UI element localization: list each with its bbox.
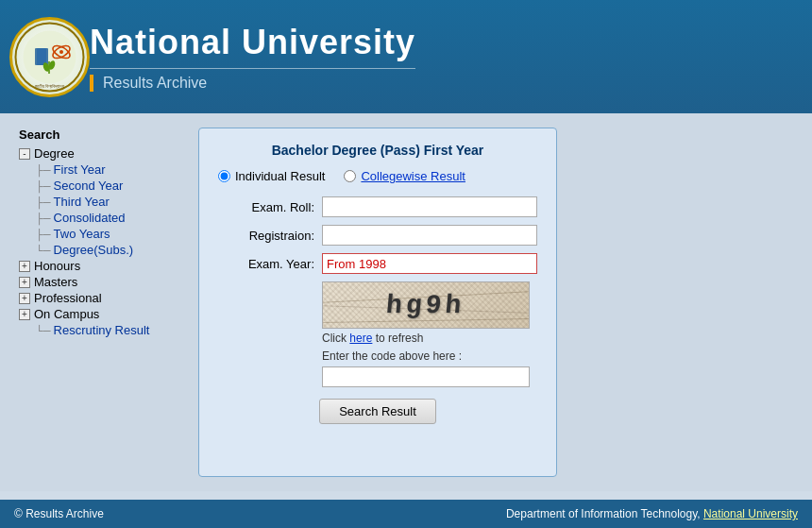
sidebar: Search - Degree First Year Second Year T… [19,128,170,477]
two-years-label: Two Years [54,227,110,241]
masters-label[interactable]: Masters [34,275,77,289]
degree-label[interactable]: Degree [34,146,75,161]
sidebar-item-second-year[interactable]: Second Year [36,178,170,194]
tree-node-professional[interactable]: + Professional [19,290,170,306]
sidebar-item-degree-subs[interactable]: Degree(Subs.) [36,242,170,258]
captcha-input[interactable] [322,366,530,387]
page-subtitle: Results Archive [90,75,415,92]
rescrutiny-label: Rescrutiny Result [54,323,150,337]
expand-on-campus-icon[interactable]: + [19,309,30,320]
honours-label[interactable]: Honours [34,259,80,273]
registration-label: Registraion: [218,229,322,243]
svg-point-6 [59,50,63,54]
subtitle-label: Results Archive [103,75,207,92]
radio-individual-label: Individual Result [235,169,325,183]
footer-left: © Results Archive [14,507,104,520]
tree-node-degree[interactable]: - Degree [19,145,170,162]
tree-node-on-campus[interactable]: + On Campus [19,306,170,322]
exam-year-label: Exam. Year: [218,257,322,271]
radio-individual-option[interactable]: Individual Result [218,169,325,183]
consolidated-label: Consolidated [54,211,126,225]
header-text-block: National University Results Archive [90,23,415,92]
degree-children: First Year Second Year Third Year Consol… [36,162,170,258]
exam-roll-row: Exam. Roll: [218,196,537,217]
main-content: Search - Degree First Year Second Year T… [0,113,812,491]
registration-input[interactable] [322,225,537,246]
form-panel: Bachelor Degree (Pass) First Year Indivi… [198,128,557,477]
footer-right-text: Department of Information Technology, [506,507,703,520]
sidebar-title: Search [19,128,170,142]
radio-collegewise-option[interactable]: Collegewise Result [344,169,465,183]
captcha-text: hg9h [385,291,466,320]
university-name: National University [90,23,415,62]
subtitle-bar [90,75,93,92]
expand-masters-icon[interactable]: + [19,277,30,288]
exam-roll-input[interactable] [322,196,537,217]
university-logo: জাতীয় বিশ্ববিদ্যালয় [9,17,90,97]
footer-right: Department of Information Technology, Na… [506,507,798,520]
header: জাতীয় বিশ্ববিদ্যালয় National Universit… [0,0,812,113]
sidebar-item-rescrutiny[interactable]: Rescrutiny Result [36,322,170,338]
first-year-label: First Year [54,162,106,177]
captcha-image: hg9h [322,281,530,329]
second-year-label: Second Year [54,179,124,193]
search-result-button[interactable]: Search Result [319,399,436,424]
degree-subs-label: Degree(Subs.) [54,243,134,257]
exam-roll-label: Exam. Roll: [218,200,322,214]
registration-row: Registraion: [218,225,537,246]
radio-collegewise-label[interactable]: Collegewise Result [361,169,465,183]
footer-nu-link[interactable]: National University [703,507,798,520]
captcha-section: hg9h Click here to refresh Enter the cod… [322,281,537,387]
search-button-row: Search Result [218,399,537,424]
tree-node-masters[interactable]: + Masters [19,274,170,290]
svg-text:জাতীয় বিশ্ববিদ্যালয়: জাতীয় বিশ্ববিদ্যালয় [35,83,65,90]
form-title: Bachelor Degree (Pass) First Year [218,143,537,158]
sidebar-item-consolidated[interactable]: Consolidated [36,210,170,226]
expand-honours-icon[interactable]: + [19,261,30,272]
radio-row: Individual Result Collegewise Result [218,169,537,183]
on-campus-label[interactable]: On Campus [34,307,99,321]
sidebar-item-third-year[interactable]: Third Year [36,194,170,210]
radio-individual-input[interactable] [218,170,230,182]
captcha-refresh-text: Click here to refresh [322,332,537,345]
expand-professional-icon[interactable]: + [19,293,30,304]
professional-label[interactable]: Professional [34,291,102,305]
captcha-refresh-link[interactable]: here [349,332,372,345]
exam-year-row: Exam. Year: [218,253,537,274]
captcha-enter-label: Enter the code above here : [322,349,537,363]
radio-collegewise-input[interactable] [344,170,356,182]
tree-node-honours[interactable]: + Honours [19,258,170,274]
expand-degree-icon[interactable]: - [19,148,30,160]
rescrutiny-container: Rescrutiny Result [36,322,170,338]
sidebar-item-two-years[interactable]: Two Years [36,226,170,242]
exam-year-input[interactable] [322,253,537,274]
sidebar-item-first-year[interactable]: First Year [36,162,170,178]
third-year-label: Third Year [54,195,110,209]
footer: © Results Archive Department of Informat… [0,500,812,528]
